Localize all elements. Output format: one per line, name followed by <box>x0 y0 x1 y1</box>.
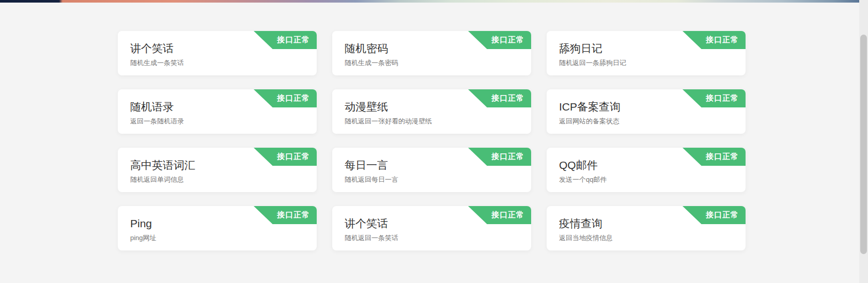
api-card[interactable]: 接口正常 舔狗日记 随机返回一条舔狗日记 <box>547 31 746 75</box>
api-card[interactable]: 接口正常 每日一言 随机返回每日一言 <box>332 148 531 192</box>
api-card[interactable]: 接口正常 动漫壁纸 随机返回一张好看的动漫壁纸 <box>332 89 531 134</box>
card-description: 随机返回每日一言 <box>345 176 519 183</box>
api-card[interactable]: 接口正常 随机密码 随机生成一条密码 <box>332 31 531 75</box>
status-ribbon-label: 接口正常 <box>277 35 310 45</box>
status-ribbon-label: 接口正常 <box>277 93 310 103</box>
top-banner <box>0 0 868 3</box>
status-ribbon-label: 接口正常 <box>277 152 310 162</box>
api-card[interactable]: 接口正常 QQ邮件 发送一个qq邮件 <box>547 148 746 192</box>
status-ribbon-label: 接口正常 <box>706 152 739 162</box>
status-ribbon-label: 接口正常 <box>277 210 310 220</box>
page: 接口正常 讲个笑话 随机生成一条笑话 接口正常 随机密码 随机生成一条密码 接口… <box>0 0 868 283</box>
api-card[interactable]: 接口正常 讲个笑话 随机返回一条笑话 <box>332 206 531 250</box>
card-description: 发送一个qq邮件 <box>559 176 733 183</box>
api-card[interactable]: 接口正常 随机语录 返回一条随机语录 <box>118 89 317 134</box>
status-ribbon-label: 接口正常 <box>491 93 524 103</box>
card-description: 返回一条随机语录 <box>130 117 304 125</box>
card-description: 随机返回单词信息 <box>130 176 304 183</box>
api-card[interactable]: 接口正常 高中英语词汇 随机返回单词信息 <box>118 148 317 192</box>
status-ribbon-label: 接口正常 <box>491 210 524 220</box>
status-ribbon-label: 接口正常 <box>706 93 739 103</box>
card-description: 随机返回一条笑话 <box>345 234 519 242</box>
scrollbar-track[interactable] <box>859 0 868 283</box>
card-description: 返回当地疫情信息 <box>559 234 733 242</box>
status-ribbon-label: 接口正常 <box>706 35 739 45</box>
api-card[interactable]: 接口正常 讲个笑话 随机生成一条笑话 <box>118 31 317 75</box>
card-description: 随机返回一条舔狗日记 <box>559 59 733 67</box>
card-description: ping网址 <box>130 234 304 242</box>
status-ribbon-label: 接口正常 <box>491 35 524 45</box>
scrollbar-thumb[interactable] <box>860 35 867 254</box>
status-ribbon-label: 接口正常 <box>491 152 524 162</box>
card-description: 返回网站的备案状态 <box>559 117 733 125</box>
api-card[interactable]: 接口正常 ICP备案查询 返回网站的备案状态 <box>547 89 746 134</box>
api-card-grid: 接口正常 讲个笑话 随机生成一条笑话 接口正常 随机密码 随机生成一条密码 接口… <box>118 31 746 250</box>
card-description: 随机生成一条密码 <box>345 59 519 67</box>
api-card[interactable]: 接口正常 疫情查询 返回当地疫情信息 <box>547 206 746 250</box>
card-description: 随机返回一张好看的动漫壁纸 <box>345 117 519 125</box>
api-card[interactable]: 接口正常 Ping ping网址 <box>118 206 317 250</box>
status-ribbon-label: 接口正常 <box>706 210 739 220</box>
card-description: 随机生成一条笑话 <box>130 59 304 67</box>
